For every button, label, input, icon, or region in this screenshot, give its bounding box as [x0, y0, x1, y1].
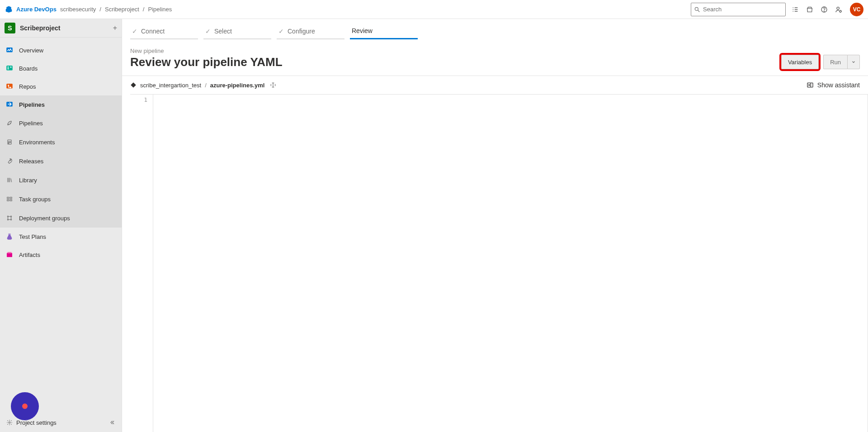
brand-link[interactable]: Azure DevOps	[16, 6, 57, 13]
content: ✓ Connect ✓ Select ✓ Configure ✓ Review …	[122, 19, 868, 432]
run-menu-button[interactable]	[847, 55, 860, 69]
rename-icon[interactable]	[270, 82, 276, 88]
nav-pipelines[interactable]: Pipelines	[0, 95, 122, 114]
nav-label: Overview	[19, 47, 43, 54]
run-button-group: Run	[823, 55, 860, 69]
collapse-icon[interactable]	[109, 419, 115, 426]
nav-label: Library	[19, 177, 37, 184]
check-icon: ✓	[278, 28, 284, 35]
variables-button[interactable]: Variables	[781, 55, 819, 69]
new-item-button[interactable]: +	[106, 24, 117, 32]
overview-icon	[5, 46, 14, 54]
svg-point-13	[10, 87, 11, 88]
nav-sub-deploygroups[interactable]: Deployment groups	[0, 209, 122, 228]
svg-point-18	[10, 160, 11, 161]
sidebar: S Scribeproject + Overview Boards Repos …	[0, 19, 122, 432]
nav-sub-library[interactable]: Library	[0, 171, 122, 190]
library-icon	[5, 176, 14, 184]
nav-boards[interactable]: Boards	[0, 59, 122, 77]
repo-name[interactable]: scribe_intergartion_test	[140, 82, 201, 89]
project-avatar: S	[5, 23, 15, 33]
svg-rect-22	[10, 199, 12, 201]
main: S Scribeproject + Overview Boards Repos …	[0, 19, 868, 432]
svg-rect-29	[8, 252, 12, 253]
nav-label: Artifacts	[19, 252, 40, 258]
breadcrumbs: Azure DevOps scribesecurity / Scribeproj…	[5, 5, 175, 14]
file-path-row: scribe_intergartion_test / azure-pipelin…	[122, 76, 868, 94]
breadcrumb-section[interactable]: Pipelines	[148, 6, 172, 13]
record-bubble[interactable]	[11, 392, 39, 420]
svg-rect-20	[10, 197, 12, 199]
svg-point-4	[837, 7, 839, 9]
server-icon	[5, 138, 14, 146]
top-header: Azure DevOps scribesecurity / Scribeproj…	[0, 0, 868, 19]
account-settings-icon[interactable]	[834, 5, 844, 14]
search-icon	[694, 6, 700, 13]
record-dot-icon	[22, 404, 28, 409]
nav-sub-releases[interactable]: Releases	[0, 152, 122, 171]
nav-label: Deployment groups	[19, 215, 70, 222]
svg-point-24	[10, 216, 11, 217]
svg-point-12	[8, 85, 9, 86]
nav-sub-taskgroups[interactable]: Task groups	[0, 190, 122, 209]
nav-label: Environments	[19, 139, 55, 146]
run-button[interactable]: Run	[823, 55, 847, 69]
breadcrumb-org[interactable]: scribesecurity	[60, 6, 96, 13]
svg-rect-10	[8, 68, 9, 69]
panel-collapse-icon	[807, 81, 814, 89]
wizard-step-review[interactable]: ✓ Review	[350, 23, 418, 39]
nav-label: Test Plans	[19, 233, 46, 240]
svg-rect-28	[7, 253, 12, 257]
wizard-step-connect[interactable]: ✓ Connect	[130, 23, 198, 39]
nav-label: Repos	[19, 83, 36, 90]
line-number: 1	[130, 96, 147, 103]
breadcrumb-sep: /	[99, 6, 101, 13]
svg-rect-7	[6, 66, 13, 71]
release-icon	[5, 157, 14, 165]
project-picker[interactable]: S Scribeproject +	[0, 19, 122, 38]
nav-label: Boards	[19, 65, 38, 72]
pipeline-wizard: ✓ Connect ✓ Select ✓ Configure ✓ Review	[122, 19, 868, 39]
nav-sub-environments[interactable]: Environments	[0, 133, 122, 152]
file-name[interactable]: azure-pipelines.yml	[210, 82, 265, 89]
editor-code-area[interactable]	[153, 95, 868, 432]
work-items-icon[interactable]	[790, 5, 800, 14]
svg-point-0	[695, 7, 698, 10]
nav-artifacts[interactable]: Artifacts	[0, 246, 122, 264]
nav: Overview Boards Repos Pipelines Pipeline…	[0, 38, 122, 264]
settings-label: Project settings	[16, 419, 57, 426]
search-input[interactable]: Search	[691, 3, 786, 16]
svg-rect-27	[9, 233, 11, 234]
nav-pipelines-group: Pipelines Pipelines Environments Release…	[0, 95, 122, 228]
title-actions: Variables Run	[781, 55, 860, 69]
nav-label: Releases	[19, 158, 43, 165]
breadcrumb-project[interactable]: Scribeproject	[105, 6, 139, 13]
help-icon[interactable]	[819, 5, 829, 14]
marketplace-icon[interactable]	[805, 5, 815, 14]
check-icon: ✓	[132, 28, 137, 35]
nav-label: Pipelines	[19, 120, 43, 127]
svg-point-3	[824, 11, 824, 11]
svg-point-25	[7, 219, 8, 220]
nav-testplans[interactable]: Test Plans	[0, 228, 122, 246]
nav-sub-pipelines[interactable]: Pipelines	[0, 114, 122, 133]
svg-rect-21	[7, 199, 9, 201]
chevron-down-icon	[851, 60, 856, 64]
check-icon: ✓	[205, 28, 211, 35]
wizard-step-configure[interactable]: ✓ Configure	[277, 23, 344, 39]
svg-point-26	[10, 219, 11, 220]
nav-overview[interactable]: Overview	[0, 41, 122, 59]
page-title-block: New pipeline Review your pipeline YAML V…	[122, 39, 868, 76]
show-assistant-button[interactable]: Show assistant	[807, 81, 860, 89]
pipelines-icon	[5, 100, 14, 109]
gear-icon	[6, 419, 13, 426]
deploygroups-icon	[5, 214, 14, 222]
page-title: Review your pipeline YAML	[130, 55, 283, 69]
wizard-step-select[interactable]: ✓ Select	[203, 23, 271, 39]
svg-rect-8	[8, 66, 9, 67]
breadcrumb-sep: /	[143, 6, 145, 13]
svg-point-30	[9, 422, 10, 423]
nav-repos[interactable]: Repos	[0, 77, 122, 95]
assistant-label: Show assistant	[817, 81, 860, 89]
user-avatar[interactable]: VC	[850, 3, 863, 16]
